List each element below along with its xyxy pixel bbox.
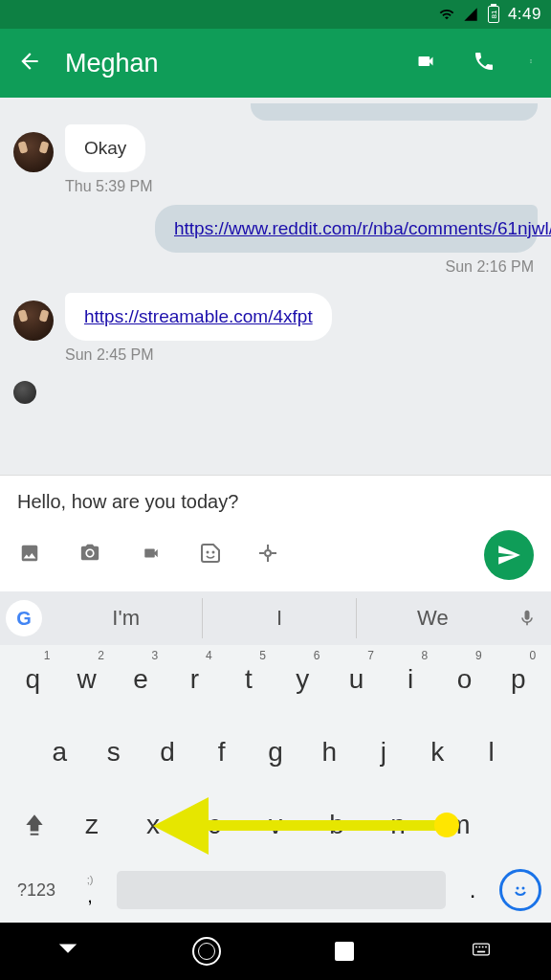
svg-rect-6 — [475, 947, 477, 948]
svg-rect-10 — [476, 951, 484, 953]
svg-rect-7 — [478, 947, 480, 948]
key-g[interactable]: g — [249, 724, 302, 781]
key-w[interactable]: 2w — [59, 651, 113, 708]
keyboard: 1q2w3e4r5t6y7u8i9o0p asdfghjkl zxcvbnm ?… — [0, 645, 551, 923]
key-h[interactable]: h — [302, 724, 356, 781]
period-key[interactable]: . — [453, 877, 492, 903]
timestamp: Sun 2:16 PM — [13, 258, 534, 276]
app-bar: Meghan — [0, 29, 551, 98]
key-l[interactable]: l — [465, 724, 518, 781]
partial-message — [251, 103, 538, 121]
suggestion[interactable]: I'm — [50, 598, 203, 638]
conversation-title[interactable]: Meghan — [65, 49, 411, 78]
comma-key[interactable]: ;) , — [71, 874, 109, 907]
key-r[interactable]: 4r — [167, 651, 221, 708]
key-y[interactable]: 6y — [276, 651, 329, 708]
suggestion[interactable]: I — [203, 598, 356, 638]
video-call-button[interactable] — [411, 52, 440, 75]
suggestion-bar: G I'm I We — [0, 591, 551, 645]
svg-rect-8 — [481, 947, 483, 948]
battery-icon: 81 — [488, 6, 499, 23]
link[interactable]: https://www.reddit.com/r/nba/comments/61… — [174, 218, 551, 238]
navigation-bar — [0, 923, 551, 980]
key-q[interactable]: 1q — [6, 651, 59, 708]
timestamp: Thu 5:39 PM — [65, 178, 538, 195]
key-o[interactable]: 9o — [437, 651, 491, 708]
key-k[interactable]: k — [410, 724, 464, 781]
svg-point-1 — [212, 551, 215, 554]
swipe-gesture-arrow — [153, 815, 457, 835]
compose-area: Hello, how are you today? — [0, 475, 551, 591]
nav-recent[interactable] — [335, 942, 354, 961]
incoming-message[interactable]: https://streamable.com/4xfpt — [65, 293, 332, 341]
key-f[interactable]: f — [194, 724, 248, 781]
voice-call-button[interactable] — [473, 50, 496, 77]
key-i[interactable]: 8i — [384, 651, 437, 708]
key-s[interactable]: s — [86, 724, 140, 781]
space-key[interactable] — [117, 871, 446, 909]
contact-avatar[interactable] — [13, 301, 54, 341]
key-e[interactable]: 3e — [114, 651, 167, 708]
shift-key[interactable] — [8, 796, 61, 854]
symbols-key[interactable]: ?123 — [10, 880, 63, 901]
svg-point-2 — [265, 550, 271, 556]
gallery-icon[interactable] — [17, 543, 42, 568]
signal-icon — [462, 7, 479, 22]
backspace-key[interactable] — [490, 796, 543, 854]
svg-rect-9 — [485, 947, 487, 948]
nav-back[interactable] — [57, 939, 78, 964]
location-icon[interactable] — [256, 542, 279, 568]
incoming-message[interactable]: Okay — [65, 124, 145, 172]
google-icon[interactable]: G — [6, 600, 42, 636]
key-j[interactable]: j — [357, 724, 410, 781]
nav-keyboard-icon[interactable] — [468, 940, 495, 963]
camera-icon[interactable] — [77, 543, 103, 568]
key-t[interactable]: 5t — [222, 651, 276, 708]
suggestion[interactable]: We — [357, 598, 509, 638]
key-a[interactable]: a — [33, 724, 86, 781]
video-icon[interactable] — [138, 545, 165, 566]
key-u[interactable]: 7u — [329, 651, 383, 708]
wifi-icon — [437, 7, 456, 22]
link[interactable]: https://streamable.com/4xfpt — [84, 306, 313, 326]
status-bar: 81 4:49 — [0, 0, 551, 29]
menu-button[interactable] — [528, 50, 534, 77]
key-d[interactable]: d — [141, 724, 194, 781]
svg-point-4 — [522, 887, 525, 890]
key-p[interactable]: 0p — [492, 651, 545, 708]
contact-avatar[interactable] — [13, 132, 54, 172]
key-z[interactable]: z — [61, 796, 122, 854]
svg-rect-5 — [473, 944, 489, 955]
back-button[interactable] — [17, 49, 44, 78]
clock: 4:49 — [508, 5, 541, 24]
nav-home[interactable] — [192, 937, 221, 966]
emoji-key[interactable] — [499, 869, 541, 911]
sticker-icon[interactable] — [199, 542, 222, 568]
outgoing-message[interactable]: https://www.reddit.com/r/nba/comments/61… — [155, 205, 538, 253]
mic-icon[interactable] — [509, 606, 545, 631]
svg-point-0 — [207, 551, 209, 554]
timestamp: Sun 2:45 PM — [65, 346, 538, 364]
send-button[interactable] — [484, 530, 534, 580]
message-input[interactable]: Hello, how are you today? — [17, 491, 534, 513]
conversation-area[interactable]: Okay Thu 5:39 PM https://www.reddit.com/… — [0, 98, 551, 475]
typing-indicator-avatar — [13, 381, 36, 404]
svg-point-3 — [517, 887, 519, 890]
